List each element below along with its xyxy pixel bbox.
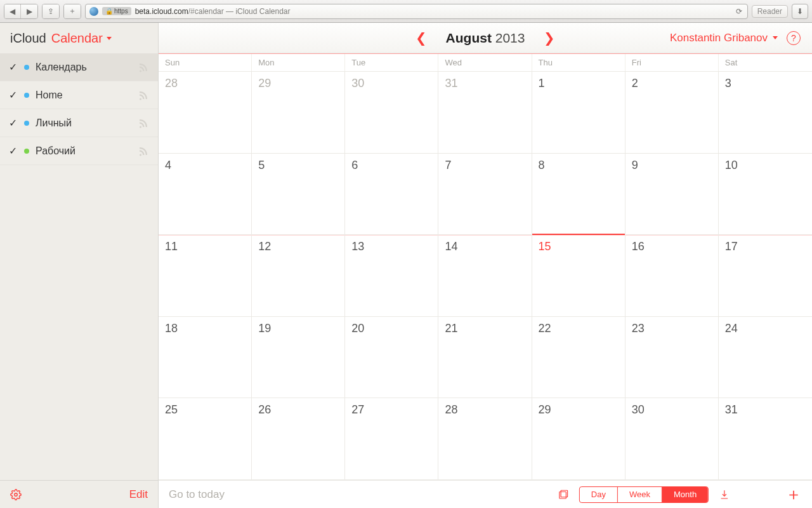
- weekday-label: Wed: [438, 54, 532, 71]
- browser-chrome: ◀ ▶ ⇪ ＋ 🔒 https beta.icloud.com/#calenda…: [0, 0, 812, 23]
- sidebar-calendar-item[interactable]: ✓Рабочий: [0, 137, 158, 165]
- day-cell[interactable]: 6: [345, 154, 438, 236]
- day-cell[interactable]: 4: [159, 154, 252, 236]
- weekday-label: Mon: [252, 54, 345, 71]
- calendar-label: Рабочий: [36, 145, 75, 157]
- day-cell[interactable]: 29: [252, 72, 345, 154]
- day-cell[interactable]: 30: [625, 398, 719, 480]
- day-cell[interactable]: 28: [159, 72, 252, 154]
- day-cell[interactable]: 14: [438, 235, 532, 317]
- share-rss-icon[interactable]: [138, 145, 149, 157]
- back-button[interactable]: ◀: [4, 4, 21, 18]
- sidebar-calendar-item[interactable]: ✓Личный: [0, 109, 158, 137]
- day-cell[interactable]: 22: [532, 317, 625, 399]
- check-icon: ✓: [9, 61, 18, 73]
- today-row-line: [345, 235, 438, 236]
- day-cell[interactable]: 26: [252, 398, 345, 480]
- go-to-today-button[interactable]: Go to today: [169, 488, 225, 501]
- day-cell[interactable]: 30: [345, 72, 438, 154]
- calendars-icon[interactable]: [558, 489, 569, 500]
- day-cell[interactable]: 17: [719, 235, 812, 317]
- next-month-button[interactable]: ❯: [544, 30, 555, 46]
- day-number: 15: [539, 240, 619, 253]
- day-number: 18: [165, 322, 245, 335]
- edit-button[interactable]: Edit: [129, 488, 148, 501]
- day-number: 27: [351, 403, 431, 417]
- day-number: 30: [351, 77, 431, 90]
- export-icon[interactable]: [719, 489, 730, 500]
- sidebar-header: iCloud Calendar: [0, 23, 158, 53]
- today-row-line: [438, 235, 531, 236]
- app-switcher[interactable]: Calendar: [51, 31, 112, 46]
- day-cell[interactable]: 25: [159, 398, 252, 480]
- share-rss-icon[interactable]: [138, 117, 149, 129]
- day-cell[interactable]: 12: [252, 235, 345, 317]
- add-event-button[interactable]: ＋: [785, 483, 802, 505]
- reader-button[interactable]: Reader: [752, 5, 788, 18]
- sidebar: iCloud Calendar ✓Календарь✓Home✓Личный✓Р…: [0, 23, 159, 508]
- new-tab-button[interactable]: ＋: [64, 4, 81, 18]
- day-number: 28: [445, 403, 525, 417]
- day-cell[interactable]: 31: [719, 398, 812, 480]
- day-cell[interactable]: 3: [719, 72, 812, 154]
- day-number: 4: [165, 159, 245, 172]
- footer-center: DayWeekMonth: [558, 486, 730, 503]
- day-cell[interactable]: 10: [719, 154, 812, 236]
- sidebar-calendar-item[interactable]: ✓Календарь: [0, 53, 158, 81]
- day-cell[interactable]: 19: [252, 317, 345, 399]
- forward-button[interactable]: ▶: [21, 4, 37, 18]
- day-cell[interactable]: 2: [625, 72, 719, 154]
- day-cell[interactable]: 28: [438, 398, 532, 480]
- sidebar-calendar-item[interactable]: ✓Home: [0, 81, 158, 109]
- day-cell[interactable]: 29: [532, 398, 625, 480]
- view-segmented-control: DayWeekMonth: [579, 486, 709, 503]
- help-icon[interactable]: ?: [787, 31, 801, 45]
- view-day-button[interactable]: Day: [580, 487, 618, 502]
- day-cell[interactable]: 5: [252, 154, 345, 236]
- refresh-icon[interactable]: ⟳: [735, 7, 743, 16]
- url-text: beta.icloud.com/#calendar — iCloud Calen…: [135, 7, 291, 16]
- day-cell[interactable]: 1: [532, 72, 625, 154]
- day-number: 17: [725, 240, 806, 253]
- day-cell[interactable]: 20: [345, 317, 438, 399]
- day-cell[interactable]: 9: [625, 154, 719, 236]
- day-cell[interactable]: 15: [532, 235, 625, 317]
- day-number: 11: [165, 240, 245, 253]
- view-week-button[interactable]: Week: [618, 487, 662, 502]
- share-button[interactable]: ⇪: [43, 4, 59, 18]
- day-number: 26: [258, 403, 338, 417]
- calendar-label: Личный: [36, 117, 72, 129]
- share-rss-icon[interactable]: [138, 90, 149, 101]
- view-month-button[interactable]: Month: [662, 487, 708, 502]
- day-cell[interactable]: 18: [159, 317, 252, 399]
- weekday-label: Fri: [625, 54, 719, 71]
- weekday-label: Sun: [159, 54, 252, 71]
- day-number: 3: [725, 77, 806, 90]
- day-number: 29: [539, 403, 619, 417]
- day-cell[interactable]: 8: [532, 154, 625, 236]
- day-cell[interactable]: 31: [438, 72, 532, 154]
- day-cell[interactable]: 7: [438, 154, 532, 236]
- day-cell[interactable]: 27: [345, 398, 438, 480]
- prev-month-button[interactable]: ❮: [416, 30, 427, 46]
- day-cell[interactable]: 16: [625, 235, 719, 317]
- today-row-line: [532, 235, 625, 236]
- user-menu[interactable]: Konstantin Gribanov: [670, 32, 778, 44]
- today-row-line: [625, 235, 718, 236]
- day-number: 25: [165, 403, 245, 417]
- address-bar[interactable]: 🔒 https beta.icloud.com/#calendar — iClo…: [85, 4, 748, 19]
- day-cell[interactable]: 11: [159, 235, 252, 317]
- day-cell[interactable]: 21: [438, 317, 532, 399]
- day-cell[interactable]: 24: [719, 317, 812, 399]
- month-grid[interactable]: 2829303112345678910111213141516171819202…: [159, 72, 812, 480]
- svg-point-0: [15, 493, 18, 496]
- chevron-down-icon: [107, 37, 112, 40]
- day-number: 10: [725, 159, 806, 172]
- day-cell[interactable]: 23: [625, 317, 719, 399]
- day-number: 31: [445, 77, 525, 90]
- gear-icon[interactable]: [10, 489, 22, 500]
- share-rss-icon[interactable]: [138, 62, 149, 73]
- day-cell[interactable]: 13: [345, 235, 438, 317]
- downloads-button[interactable]: ⬇: [792, 4, 808, 19]
- day-number: 14: [445, 240, 525, 253]
